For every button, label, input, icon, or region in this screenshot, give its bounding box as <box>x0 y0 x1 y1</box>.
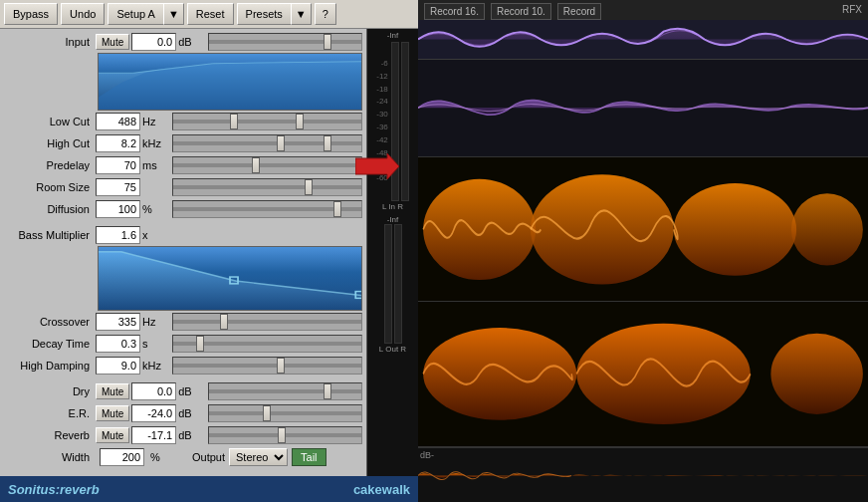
predelay-row: Predelay 70 ms <box>4 154 362 176</box>
bass-mult-label: Bass Multiplier <box>4 229 94 241</box>
width-unit: % <box>150 451 178 463</box>
high-damping-slider[interactable] <box>172 357 362 375</box>
bass-mult-unit: x <box>142 229 170 241</box>
input-label: Input <box>4 36 94 48</box>
decay-time-label: Decay Time <box>4 338 94 350</box>
svg-point-11 <box>674 183 796 276</box>
bottom-waveform: dB- <box>418 447 868 502</box>
diffusion-value[interactable]: 100 <box>96 200 140 218</box>
er-value[interactable]: -24.0 <box>131 404 176 422</box>
vu-labels-in: L In R <box>382 202 403 211</box>
width-value[interactable]: 200 <box>100 448 144 466</box>
reverb-label: Reverb <box>4 429 94 441</box>
input-mute-button[interactable]: Mute <box>96 34 129 50</box>
svg-point-15 <box>770 334 862 414</box>
tail-button[interactable]: Tail <box>292 448 326 466</box>
track-2 <box>418 157 868 303</box>
dry-value[interactable]: 0.0 <box>131 382 176 400</box>
reset-button[interactable]: Reset <box>187 3 234 25</box>
decay-time-row: Decay Time 0.3 s <box>4 333 362 355</box>
cakewalk-logo: cakewalk <box>353 482 410 497</box>
presets-dropdown-button[interactable]: ▼ <box>291 3 312 25</box>
decay-graph <box>98 246 362 311</box>
record-btn-1[interactable]: Record 16. <box>424 3 485 20</box>
dry-label: Dry <box>4 385 94 397</box>
crossover-slider[interactable] <box>172 313 362 331</box>
decay-time-unit: s <box>142 338 170 350</box>
output-mode-select[interactable]: Stereo <box>229 448 288 466</box>
crossover-value[interactable]: 335 <box>96 313 140 331</box>
reverb-value[interactable]: -17.1 <box>131 426 176 444</box>
reverb-mute-button[interactable]: Mute <box>96 427 129 443</box>
setup-dropdown-button[interactable]: ▼ <box>163 3 184 25</box>
dry-slider[interactable] <box>208 382 362 400</box>
setup-a-button[interactable]: Setup A <box>108 3 163 25</box>
rfx-label: RFX <box>842 4 862 15</box>
diffusion-row: Diffusion 100 % <box>4 198 362 220</box>
reverb-row: Reverb Mute -17.1 dB <box>4 424 362 446</box>
er-slider[interactable] <box>208 404 362 422</box>
top-track-area: Record 16. Record 10. Record RFX <box>418 0 868 60</box>
high-damping-value[interactable]: 9.0 <box>96 357 140 375</box>
input-row: Input Mute 0.0 dB <box>4 31 362 53</box>
svg-marker-1 <box>99 62 361 110</box>
room-size-slider[interactable] <box>172 178 362 196</box>
plugin-name-label: Sonitus:reverb <box>8 482 100 497</box>
er-unit: dB <box>178 407 206 419</box>
bypass-button[interactable]: Bypass <box>4 3 58 25</box>
svg-point-14 <box>576 324 751 424</box>
crossover-label: Crossover <box>4 316 94 328</box>
high-cut-value[interactable]: 8.2 <box>96 134 140 152</box>
vu-bar-r-out <box>394 224 402 344</box>
crossover-row: Crossover 335 Hz <box>4 311 362 333</box>
room-size-value[interactable]: 75 <box>96 178 140 196</box>
tracks-main <box>418 60 868 447</box>
help-button[interactable]: ? <box>315 3 336 25</box>
input-unit: dB <box>178 36 206 48</box>
svg-point-9 <box>423 178 536 279</box>
red-arrow-indicator <box>355 153 399 181</box>
dry-unit: dB <box>178 385 206 397</box>
svg-marker-5 <box>355 153 399 179</box>
vu-meter-panel: -Inf -6-12-18-24-30 -36-42-48-54-60 <box>366 29 418 476</box>
record-btn-2[interactable]: Record 10. <box>491 3 551 20</box>
low-cut-row: Low Cut 488 Hz <box>4 111 362 132</box>
er-label: E.R. <box>4 407 94 419</box>
predelay-value[interactable]: 70 <box>96 156 140 174</box>
output-section: Output Stereo Tail <box>192 448 326 466</box>
high-cut-row: High Cut 8.2 kHz <box>4 132 362 154</box>
setup-group: Setup A ▼ <box>108 3 183 25</box>
vu-inf-top-label: -Inf <box>387 31 399 40</box>
width-label: Width <box>4 451 94 463</box>
reverb-slider[interactable] <box>208 426 362 444</box>
predelay-unit: ms <box>142 159 170 171</box>
predelay-slider[interactable] <box>172 156 362 174</box>
low-cut-slider[interactable] <box>172 113 362 130</box>
presets-button[interactable]: Presets <box>237 3 291 25</box>
crossover-unit: Hz <box>142 316 170 328</box>
dry-mute-button[interactable]: Mute <box>96 383 129 399</box>
input-slider[interactable] <box>208 33 362 51</box>
decay-time-value[interactable]: 0.3 <box>96 335 140 353</box>
bass-mult-value[interactable]: 1.6 <box>96 226 140 244</box>
decay-time-slider[interactable] <box>172 335 362 353</box>
vu-labels-out: L Out R <box>379 345 406 354</box>
diffusion-slider[interactable] <box>172 200 362 218</box>
dry-row: Dry Mute 0.0 dB <box>4 380 362 402</box>
svg-point-12 <box>791 193 863 265</box>
output-label: Output <box>192 451 225 463</box>
track-1 <box>418 60 868 157</box>
vu-inf-mid-label: -Inf <box>387 215 399 224</box>
svg-point-10 <box>531 174 674 284</box>
er-mute-button[interactable]: Mute <box>96 405 129 421</box>
input-value[interactable]: 0.0 <box>131 33 176 51</box>
record-btn-3[interactable]: Record <box>557 3 601 20</box>
db-bottom-label: dB- <box>420 450 434 460</box>
room-size-label: Room Size <box>4 181 94 193</box>
undo-button[interactable]: Undo <box>61 3 105 25</box>
width-output-row: Width 200 % Output Stereo Tail <box>4 446 362 468</box>
high-cut-slider[interactable] <box>172 134 362 152</box>
params-area: Input Mute 0.0 dB <box>0 29 366 476</box>
high-damping-row: High Damping 9.0 kHz <box>4 355 362 376</box>
low-cut-value[interactable]: 488 <box>96 113 140 130</box>
